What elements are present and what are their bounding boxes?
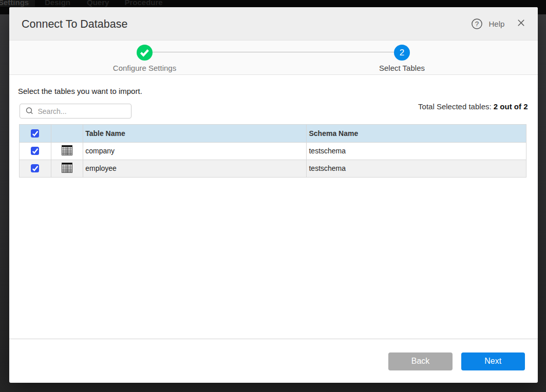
svg-text:?: ? (475, 20, 479, 28)
